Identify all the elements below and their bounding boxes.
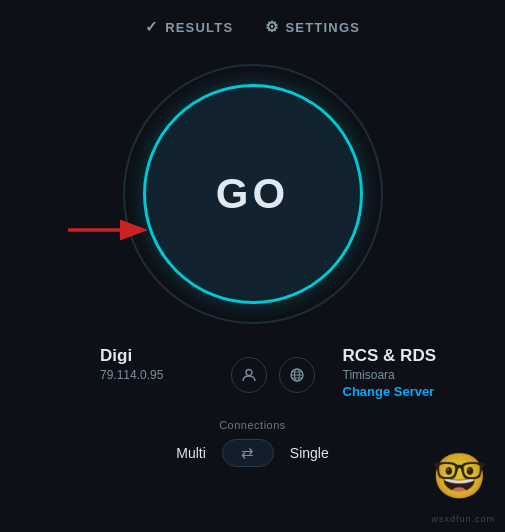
server-info: RCS & RDS Timisoara Change Server xyxy=(323,346,466,399)
user-icon-circle xyxy=(231,357,267,393)
settings-nav-item[interactable]: ⚙ SETTINGS xyxy=(265,18,360,36)
globe-icon-circle xyxy=(279,357,315,393)
connections-section: Connections Multi ⇄ Single xyxy=(0,419,505,467)
isp-name: Digi xyxy=(100,346,132,366)
ip-address: 79.114.0.95 xyxy=(100,368,163,382)
divider-icons xyxy=(231,353,315,393)
user-icon xyxy=(241,367,257,383)
top-nav: ✓ RESULTS ⚙ SETTINGS xyxy=(145,18,360,36)
results-label: RESULTS xyxy=(165,20,233,35)
globe-icon xyxy=(289,367,305,383)
go-label: GO xyxy=(216,170,289,218)
server-name: RCS & RDS xyxy=(343,346,437,366)
multi-option[interactable]: Multi xyxy=(176,445,206,461)
speedtest-circle-container: GO xyxy=(123,64,383,324)
server-location: Timisoara xyxy=(343,368,395,382)
svg-point-2 xyxy=(246,369,252,375)
mascot-watermark: 🤓 xyxy=(433,450,485,502)
info-row: Digi 79.114.0.95 RCS & RDS Timisoara Cha… xyxy=(0,346,505,399)
results-nav-item[interactable]: ✓ RESULTS xyxy=(145,18,233,36)
check-circle-icon: ✓ xyxy=(145,18,159,36)
connections-label: Connections xyxy=(219,419,286,431)
gear-icon: ⚙ xyxy=(265,18,279,36)
toggle-switch[interactable]: ⇄ xyxy=(222,439,274,467)
go-button[interactable]: GO xyxy=(143,84,363,304)
change-server-button[interactable]: Change Server xyxy=(343,384,435,399)
toggle-arrows-icon: ⇄ xyxy=(241,444,254,462)
single-option[interactable]: Single xyxy=(290,445,329,461)
red-arrow-icon xyxy=(63,212,153,248)
watermark-text: wsxdfun.com xyxy=(431,514,495,524)
connections-toggle: Multi ⇄ Single xyxy=(176,439,328,467)
settings-label: SETTINGS xyxy=(285,20,360,35)
isp-info: Digi 79.114.0.95 xyxy=(40,346,223,382)
